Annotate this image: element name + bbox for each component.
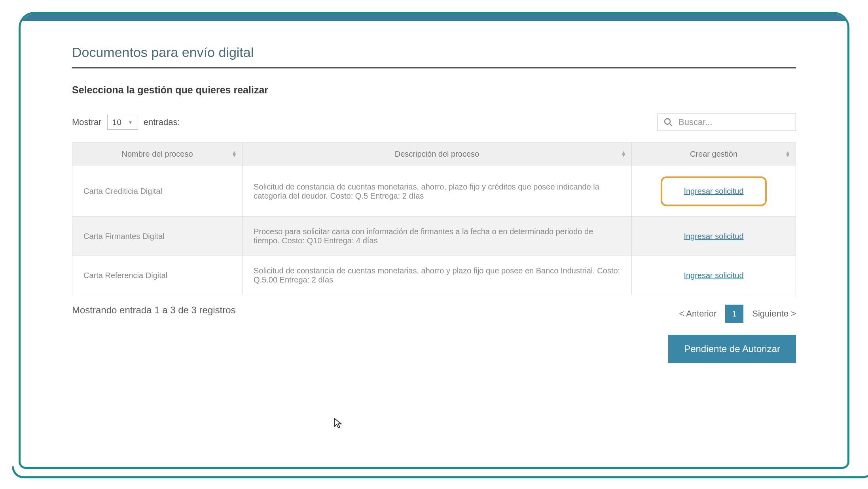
pending-authorize-button[interactable]: Pendiente de Autorizar [668, 335, 796, 363]
cell-process-desc: Solicitud de constancia de cuentas monet… [243, 166, 632, 217]
table-row: Carta Referencia Digital Solicitud de co… [72, 256, 796, 295]
cell-process-action: Ingresar solicitud [632, 166, 796, 217]
search-box[interactable] [658, 114, 796, 131]
table-row: Carta Crediticia Digital Solicitud de co… [72, 166, 796, 217]
ingresar-solicitud-link[interactable]: Ingresar solicitud [684, 187, 743, 195]
ingresar-solicitud-link[interactable]: Ingresar solicitud [684, 232, 743, 241]
col-header-action-text: Crear gestión [690, 150, 737, 158]
page-subtitle: Selecciona la gestión que quieres realiz… [72, 84, 796, 96]
col-header-name-text: Nombre del proceso [121, 150, 193, 158]
table-body: Carta Crediticia Digital Solicitud de co… [72, 166, 796, 295]
window-top-bar [21, 14, 847, 21]
col-header-name[interactable]: Nombre del proceso ▲▼ [72, 142, 243, 166]
entries-label: entradas: [144, 117, 180, 127]
sort-icon: ▲▼ [785, 151, 790, 157]
cursor-icon [333, 417, 343, 431]
col-header-desc-text: Descripción del proceso [395, 150, 479, 158]
pagination-and-actions: < Anterior 1 Siguiente > Pendiente de Au… [668, 305, 796, 363]
search-input[interactable] [678, 117, 790, 127]
laptop-screen-frame: Documentos para envío digital Selecciona… [19, 12, 849, 469]
next-page-link[interactable]: Siguiente > [752, 309, 796, 319]
table-row: Carta Firmantes Digital Proceso para sol… [72, 217, 796, 256]
entries-select[interactable]: 10 ▼ [107, 115, 138, 130]
records-info: Mostrando entrada 1 a 3 de 3 registros [72, 305, 236, 316]
cell-process-name: Carta Crediticia Digital [72, 166, 243, 217]
chevron-down-icon: ▼ [128, 119, 133, 125]
table-footer: Mostrando entrada 1 a 3 de 3 registros <… [72, 305, 796, 363]
cell-process-name: Carta Firmantes Digital [72, 217, 243, 256]
cell-process-action: Ingresar solicitud [632, 256, 796, 295]
col-header-action[interactable]: Crear gestión ▲▼ [632, 142, 796, 166]
page-title: Documentos para envío digital [72, 45, 796, 68]
ingresar-solicitud-link[interactable]: Ingresar solicitud [684, 271, 743, 280]
processes-table: Nombre del proceso ▲▼ Descripción del pr… [72, 142, 796, 295]
cell-process-name: Carta Referencia Digital [72, 256, 243, 295]
main-content: Documentos para envío digital Selecciona… [21, 21, 847, 375]
cell-process-desc: Solicitud de constancia de cuentas monet… [243, 256, 632, 295]
show-label: Mostrar [72, 117, 102, 127]
svg-line-1 [670, 124, 672, 126]
highlight-callout: Ingresar solicitud [661, 176, 766, 206]
page-number-current[interactable]: 1 [725, 305, 743, 323]
entries-select-value: 10 [112, 118, 121, 127]
prev-page-link[interactable]: < Anterior [679, 309, 717, 319]
cell-process-action: Ingresar solicitud [632, 217, 796, 256]
col-header-desc[interactable]: Descripción del proceso ▲▼ [243, 142, 632, 166]
entries-selector-group: Mostrar 10 ▼ entradas: [72, 115, 180, 130]
pagination: < Anterior 1 Siguiente > [679, 305, 796, 323]
sort-icon: ▲▼ [231, 151, 237, 157]
sort-icon: ▲▼ [621, 151, 626, 157]
svg-point-0 [665, 119, 670, 124]
search-icon [663, 118, 673, 127]
table-controls: Mostrar 10 ▼ entradas: [72, 114, 796, 131]
cell-process-desc: Proceso para solicitar carta con informa… [243, 217, 632, 256]
